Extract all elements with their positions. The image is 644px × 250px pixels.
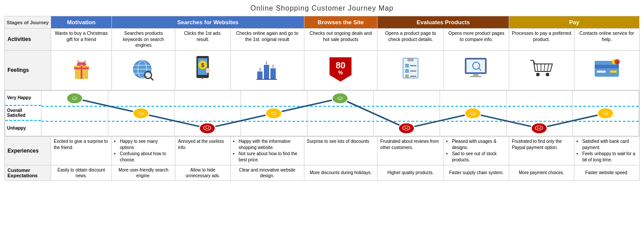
svg-rect-20	[264, 65, 269, 79]
stage-browses: Browses the Site	[304, 16, 378, 29]
svg-rect-53	[595, 65, 619, 68]
experience-3-list: Happy with the informative shopping webs…	[233, 138, 301, 163]
svg-text:☺: ☺	[269, 110, 278, 116]
experience-3-item-1: Not sure about how to find the best pric…	[239, 151, 301, 163]
svg-point-57	[614, 59, 620, 64]
credit-card-icon	[592, 57, 621, 82]
activity-8: Contacts online service for help.	[574, 29, 639, 51]
experience-2: Annoyed at the useless info.	[175, 136, 230, 165]
svg-text:3: 3	[259, 67, 261, 71]
feelings-icon-2: $	[175, 50, 230, 90]
stage-pay: Pay	[509, 16, 639, 29]
svg-text:2: 2	[272, 64, 274, 68]
experience-8-item-0: Satisfied with bank card payment.	[582, 138, 637, 151]
experiences-row: Experiences Excited to give a surprise t…	[5, 136, 640, 165]
experience-4: Surprise to see lots of discounts	[304, 136, 378, 165]
activity-6: Opens more product pages to compare info…	[444, 29, 509, 51]
stage-evaluates: Evaluates Products	[378, 16, 509, 29]
expectation-8: Faster website speed.	[574, 165, 639, 180]
activities-row: Activities Wants to buy a Christmas gift…	[5, 29, 640, 51]
svg-rect-40	[466, 60, 485, 72]
satisfaction-line-chart: ☺ ☺ ☹	[41, 91, 639, 136]
feelings-icon-0	[51, 50, 112, 90]
experience-0: Excited to give a surprise to the friend…	[51, 136, 112, 165]
expectation-1: More user-friendly search engine.	[112, 165, 175, 180]
svg-line-49	[547, 64, 549, 71]
expectation-0: Easily to obtain discount news.	[51, 165, 112, 180]
experiences-label: Experiences	[5, 136, 51, 165]
svg-text:☹: ☹	[402, 125, 411, 131]
overall-satisfied-label: Overall Satisfied	[5, 106, 41, 121]
experience-6-item-0: Pleased with usages & designs.	[452, 138, 506, 151]
feelings-icon-6	[444, 50, 509, 90]
svg-text:$: $	[201, 62, 204, 68]
experience-8-list: Satisfied with bank card payment. Feels …	[577, 138, 637, 163]
globe-search-icon	[131, 57, 155, 82]
checklist-icon: ✓ ✓	[400, 56, 422, 82]
svg-line-46	[537, 64, 538, 71]
stages-header-row: Stages of Journey Motivation Searches fo…	[5, 16, 640, 29]
svg-text:✓: ✓	[406, 64, 409, 68]
experience-6: Pleased with usages & designs. Sad to se…	[444, 136, 509, 165]
monitor-search-icon	[463, 56, 489, 82]
experience-1-list: Happy to see many options Confusing abou…	[115, 138, 172, 163]
expectation-2: Allow to hide unnecessary ads.	[175, 165, 230, 180]
experience-6-item-1: Sad to see out of stock products.	[452, 151, 506, 163]
activity-5: Opens a product page to check product de…	[378, 29, 444, 51]
expectation-6: Faster supply chain system.	[444, 165, 509, 180]
feelings-icon-4: 80 %	[304, 50, 378, 90]
feelings-icon-5: ✓ ✓	[378, 50, 444, 90]
activity-7: Processes to pay a preferred product.	[509, 29, 574, 51]
svg-rect-41	[473, 74, 478, 76]
phone-dollar-icon: $	[193, 55, 213, 84]
expectations-row: Customer Expectations Easily to obtain d…	[5, 165, 640, 180]
discount-icon: 80 %	[327, 55, 354, 84]
gift-icon	[70, 56, 93, 82]
svg-text:✓: ✓	[406, 69, 409, 73]
stage-motivation: Motivation	[51, 16, 112, 29]
bar-chart-icon: 3 1 2	[255, 56, 279, 82]
svg-rect-19	[257, 71, 263, 79]
experience-5: Frustrated about reviews from other cust…	[378, 136, 444, 165]
stage-searches: Searches for Websites	[112, 16, 304, 29]
expectation-3: Clear and innovative website design.	[230, 165, 304, 180]
activity-0: Wants to buy a Christmas gift for a frie…	[51, 29, 112, 51]
svg-text:80: 80	[336, 60, 345, 70]
svg-text:☺: ☺	[468, 110, 477, 116]
activity-3: Checks online again and go to the 1st. o…	[230, 29, 304, 51]
svg-line-48	[544, 64, 545, 71]
svg-text:☺: ☺	[137, 110, 145, 116]
svg-rect-37	[405, 75, 409, 78]
feelings-icon-3: 3 1 2	[230, 50, 304, 90]
shopping-cart-icon	[528, 56, 555, 82]
svg-text:☺: ☺	[70, 95, 79, 101]
svg-point-50	[536, 73, 540, 76]
expectation-5: Higher quality products.	[378, 165, 444, 180]
experience-6-list: Pleased with usages & designs. Sad to se…	[447, 138, 506, 163]
svg-point-16	[202, 77, 204, 79]
svg-text:1: 1	[266, 60, 268, 65]
svg-line-13	[151, 78, 153, 80]
svg-text:☺: ☺	[601, 110, 610, 116]
experience-1-item-0: Happy to see many options	[120, 138, 172, 151]
svg-text:☺: ☺	[336, 95, 344, 101]
experience-7: Frustrated to find only the Paypal payme…	[509, 136, 574, 165]
experience-8-item-1: Feels unhappy to wait for a bit of long …	[582, 151, 637, 163]
svg-rect-54	[597, 71, 606, 73]
stages-label: Stages of Journey	[5, 16, 51, 29]
expectations-label: Customer Expectations	[5, 165, 51, 180]
feelings-icon-7	[509, 50, 574, 90]
experience-8: Satisfied with bank card payment. Feels …	[574, 136, 639, 165]
activity-1: Searches products keywords on search eng…	[112, 29, 175, 51]
feelings-label: Feelings	[5, 50, 51, 90]
svg-rect-21	[270, 68, 276, 79]
activity-4: Checks out ongoing deals and hot sale pr…	[304, 29, 378, 51]
svg-text:☹: ☹	[534, 125, 544, 131]
experience-3: Happy with the informative shopping webs…	[230, 136, 304, 165]
experience-1-item-1: Confusing about how to choose.	[120, 151, 172, 163]
very-happy-label: Very Happy	[5, 91, 41, 106]
unhappy-label: Unhappy	[5, 121, 41, 136]
feelings-icon-1	[112, 50, 175, 90]
svg-point-12	[146, 73, 150, 77]
svg-rect-42	[470, 76, 481, 77]
